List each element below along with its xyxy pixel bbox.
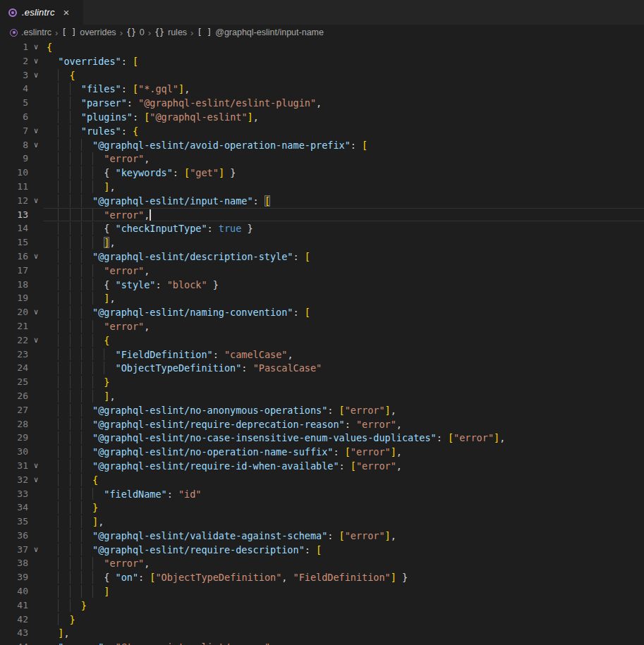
line-number: 25 <box>0 375 28 389</box>
tab-eslintrc[interactable]: .eslintrc × <box>0 0 83 25</box>
code-line[interactable]: 21 "error", <box>0 319 644 333</box>
code-line[interactable]: 6 "plugins": ["@graphql-eslint"], <box>0 110 644 124</box>
code-line[interactable]: 28 "@graphql-eslint/require-deprecation-… <box>0 417 644 431</box>
indent-guide <box>70 446 71 458</box>
indent-guide <box>81 376 82 388</box>
code-line[interactable]: 5 "parser": "@graphql-eslint/eslint-plug… <box>0 96 644 110</box>
code-line[interactable]: 39 { "on": ["ObjectTypeDefinition", "Fie… <box>0 570 644 584</box>
indent-guide <box>81 195 82 207</box>
fold-chevron-icon[interactable]: ∨ <box>28 124 44 138</box>
code-line[interactable]: 29 "@graphql-eslint/no-case-insensitive-… <box>0 431 644 445</box>
indent-guide <box>81 585 82 598</box>
breadcrumb-item--graphql-eslint-input-name[interactable]: [ ]@graphql-eslint/input-name <box>197 27 324 37</box>
line-number: 3 <box>0 68 28 82</box>
code-line[interactable]: 35 ], <box>0 515 644 529</box>
code-line[interactable]: 1∨{ <box>0 40 644 54</box>
code-line[interactable]: 18 { "style": "block" } <box>0 278 644 292</box>
code-line[interactable]: 8∨ "@graphql-eslint/avoid-operation-name… <box>0 138 644 152</box>
indent-guide <box>58 209 59 221</box>
breadcrumb-item-rules[interactable]: {}rules <box>154 27 187 37</box>
code-line[interactable]: 31∨ "@graphql-eslint/require-id-when-ava… <box>0 459 644 473</box>
code-line[interactable]: 32∨ { <box>0 473 644 487</box>
code-line[interactable]: 9 "error", <box>0 152 644 166</box>
object-symbol-icon: {} <box>154 27 164 37</box>
code-line[interactable]: 23 "FieldDefinition": "camelCase", <box>0 348 644 362</box>
code-line[interactable]: 24 "ObjectTypeDefinition": "PascalCase" <box>0 361 644 375</box>
code-line[interactable]: 30 "@graphql-eslint/no-operation-name-su… <box>0 445 644 459</box>
code-line[interactable]: 36 "@graphql-eslint/validate-against-sch… <box>0 529 644 543</box>
fold-chevron-icon[interactable]: ∨ <box>28 333 44 348</box>
code-line[interactable]: 17 "error", <box>0 264 644 278</box>
code-line[interactable]: 3∨ { <box>0 68 644 82</box>
code-line[interactable]: 10 { "keywords": ["get"] } <box>0 166 644 180</box>
indent-guide <box>58 362 59 374</box>
fold-gutter <box>28 264 44 278</box>
indent-guide <box>81 515 82 528</box>
code-text: "overrides": [ <box>44 54 644 68</box>
fold-gutter <box>28 96 44 110</box>
code-editor[interactable]: 1∨{2∨ "overrides": [3∨ {4 "files": ["*.g… <box>0 40 644 645</box>
code-line[interactable]: 12∨ "@graphql-eslint/input-name": [ <box>0 194 644 208</box>
code-text: "@graphql-eslint/validate-against-schema… <box>44 529 644 543</box>
indent-guide <box>58 306 59 319</box>
fold-gutter <box>28 291 44 305</box>
indent-guide <box>58 334 59 347</box>
code-line[interactable]: 34 } <box>0 500 644 515</box>
code-line[interactable]: 11 ], <box>0 180 644 194</box>
code-line[interactable]: 13 "error", <box>0 208 644 222</box>
code-text: "@graphql-eslint/require-deprecation-rea… <box>44 417 644 431</box>
indent-guide <box>81 390 82 403</box>
indent-guide <box>70 264 71 277</box>
indent-guide <box>58 236 59 249</box>
fold-chevron-icon[interactable]: ∨ <box>28 250 44 264</box>
indent-guide <box>81 571 82 584</box>
code-line[interactable]: 15 ], <box>0 235 644 250</box>
fold-gutter <box>28 221 44 235</box>
code-line[interactable]: 14 { "checkInputType": true } <box>0 221 644 235</box>
code-line[interactable]: 22∨ { <box>0 333 644 348</box>
fold-chevron-icon[interactable]: ∨ <box>28 40 44 54</box>
breadcrumb-item-0[interactable]: {}0 <box>126 27 145 37</box>
code-line[interactable]: 26 ], <box>0 389 644 403</box>
fold-gutter <box>28 570 44 584</box>
code-line[interactable]: 42 } <box>0 613 644 627</box>
code-line[interactable]: 7∨ "rules": { <box>0 124 644 138</box>
code-text: { "checkInputType": true } <box>44 221 644 235</box>
indent-guide <box>70 139 71 152</box>
code-line[interactable]: 25 } <box>0 375 644 389</box>
code-line[interactable]: 19 ], <box>0 291 644 305</box>
breadcrumb-item-overrides[interactable]: [ ]overrides <box>61 27 116 37</box>
chevron-right-icon: › <box>120 27 123 38</box>
code-line[interactable]: 16∨ "@graphql-eslint/description-style":… <box>0 250 644 264</box>
fold-chevron-icon[interactable]: ∨ <box>28 138 44 152</box>
code-line[interactable]: 20∨ "@graphql-eslint/naming-convention":… <box>0 305 644 319</box>
code-text: } <box>44 375 644 389</box>
indent-guide <box>58 460 59 472</box>
indent-guide <box>58 404 59 417</box>
code-line[interactable]: 27 "@graphql-eslint/no-anonymous-operati… <box>0 403 644 417</box>
indent-guide <box>81 139 82 152</box>
fold-chevron-icon[interactable]: ∨ <box>28 194 44 208</box>
code-line[interactable]: 43 ], <box>0 626 644 640</box>
code-line[interactable]: 40 ] <box>0 584 644 598</box>
code-line[interactable]: 2∨ "overrides": [ <box>0 54 644 68</box>
code-line[interactable]: 33 "fieldName": "id" <box>0 487 644 501</box>
code-line[interactable]: 37∨ "@graphql-eslint/require-description… <box>0 543 644 557</box>
fold-chevron-icon[interactable]: ∨ <box>28 54 44 68</box>
fold-chevron-icon[interactable]: ∨ <box>28 543 44 557</box>
close-icon[interactable]: × <box>62 7 71 18</box>
code-line[interactable]: 4 "files": ["*.gql"], <box>0 82 644 96</box>
breadcrumb-item--eslintrc[interactable]: .eslintrc <box>10 27 51 37</box>
line-number: 28 <box>0 417 28 431</box>
line-number: 38 <box>0 556 28 570</box>
line-number: 43 <box>0 626 28 640</box>
code-line[interactable]: 44 "parser": "@typescript-eslint/parser" <box>0 640 644 645</box>
fold-chevron-icon[interactable]: ∨ <box>28 459 44 473</box>
fold-chevron-icon[interactable]: ∨ <box>28 305 44 319</box>
indent-guide <box>81 543 82 556</box>
fold-chevron-icon[interactable]: ∨ <box>28 68 44 82</box>
code-line[interactable]: 38 "error", <box>0 556 644 570</box>
fold-chevron-icon[interactable]: ∨ <box>28 473 44 487</box>
line-number: 5 <box>0 96 28 110</box>
code-line[interactable]: 41 } <box>0 598 644 613</box>
